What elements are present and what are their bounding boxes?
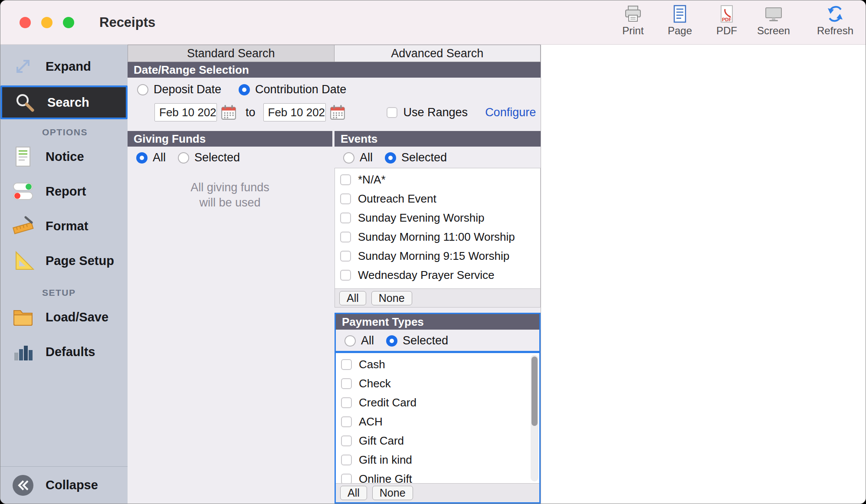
payment-row[interactable]: Gift in kind (336, 450, 539, 469)
tool-label: Page (668, 25, 692, 37)
event-label: Sunday Evening Worship (358, 211, 484, 225)
date-inputs-row: to (128, 101, 541, 123)
refresh-button[interactable]: Refresh (817, 4, 853, 37)
event-row[interactable]: Outreach Event (335, 189, 540, 208)
radio-icon (343, 152, 354, 164)
configure-link[interactable]: Configure (485, 106, 536, 119)
sidebar-item-collapse[interactable]: Collapse (0, 466, 128, 504)
checkbox-icon (341, 378, 352, 389)
deposit-date-radio[interactable]: Deposit Date (137, 83, 221, 96)
payment-types-header: Payment Types (336, 314, 539, 330)
payment-row[interactable]: Online Gift (336, 469, 539, 483)
payment-row[interactable]: Check (336, 374, 539, 393)
payment-row[interactable]: ACH (336, 412, 539, 431)
date-range-section: Deposit Date Contribution Date (128, 78, 541, 129)
sidebar-item-search[interactable]: Search (0, 85, 128, 119)
scrollbar-track[interactable] (531, 355, 538, 481)
sidebar-item-page-setup[interactable]: Page Setup (0, 245, 128, 276)
payment-types-all-button[interactable]: All (340, 486, 367, 500)
events-all-button[interactable]: All (339, 291, 366, 305)
sidebar-item-label: Load/Save (46, 310, 108, 324)
to-date-calendar-button[interactable] (328, 103, 347, 121)
checkbox-icon (341, 455, 352, 465)
from-date-calendar-button[interactable] (220, 103, 238, 121)
giving-funds-section: Giving Funds All Selected All giving fun… (128, 131, 332, 504)
expand-icon (9, 55, 37, 78)
sidebar-item-format[interactable]: Format (0, 210, 128, 242)
events-all-radio[interactable]: All (343, 151, 373, 164)
use-ranges-checkbox[interactable]: Use Ranges (387, 106, 468, 119)
zoom-window-button[interactable] (63, 17, 74, 28)
events-radio-row: All Selected (335, 147, 541, 168)
checkbox-label: Use Ranges (403, 106, 468, 119)
payment-types-selected-radio[interactable]: Selected (386, 334, 448, 347)
screen-button[interactable]: Screen (755, 4, 792, 37)
tool-label: Refresh (817, 25, 853, 37)
payment-label: Gift Card (359, 434, 404, 448)
calendar-icon (220, 104, 237, 121)
sidebar-spacer (0, 371, 128, 466)
tool-label: Print (622, 25, 643, 37)
sidebar-item-label: Search (47, 95, 89, 110)
event-row[interactable]: Sunday Evening Worship (335, 208, 540, 227)
giving-funds-header: Giving Funds (128, 131, 332, 147)
events-selected-radio[interactable]: Selected (385, 151, 447, 164)
page-icon (670, 4, 690, 24)
sidebar-item-report[interactable]: Report (0, 176, 128, 207)
payment-row[interactable]: Gift Card (336, 431, 539, 450)
giving-funds-radio-row: All Selected (128, 147, 332, 168)
note-line: will be used (128, 195, 332, 210)
sidebar-item-notice[interactable]: Notice (0, 141, 128, 172)
payment-types-list-footer: All None (336, 483, 539, 502)
tab-standard-search[interactable]: Standard Search (128, 45, 335, 62)
giving-funds-all-radio[interactable]: All (136, 151, 166, 164)
radio-label: All (361, 334, 374, 347)
radio-label: Selected (401, 151, 447, 164)
radio-label: All (153, 151, 166, 164)
event-row[interactable]: *N/A* (335, 170, 540, 189)
event-label: Sunday Morning 11:00 Worship (358, 230, 515, 244)
tab-advanced-search[interactable]: Advanced Search (335, 45, 541, 62)
sidebar: Expand Search OPTIONS (0, 45, 128, 504)
events-none-button[interactable]: None (371, 291, 412, 305)
from-date-input[interactable] (154, 103, 217, 121)
close-window-button[interactable] (20, 17, 31, 28)
sidebar-item-label: Expand (46, 59, 91, 74)
sidebar-item-load-save[interactable]: Load/Save (0, 301, 128, 333)
to-date-input[interactable] (263, 103, 326, 121)
giving-funds-selected-radio[interactable]: Selected (178, 151, 240, 164)
checkbox-icon (387, 107, 397, 118)
radio-icon-selected (386, 335, 397, 347)
payment-types-all-radio[interactable]: All (344, 334, 374, 347)
event-row[interactable]: Sunday Morning 9:15 Worship (335, 246, 540, 265)
note-line: All giving funds (128, 180, 332, 195)
payment-row[interactable]: Credit Card (336, 393, 539, 412)
page-button[interactable]: Page (662, 4, 698, 37)
events-payments-column: Events All Selected (335, 131, 541, 504)
event-label: Wednesday Prayer Service (358, 268, 495, 282)
event-row[interactable]: Sunday Morning 11:00 Worship (335, 227, 540, 246)
events-list-footer: All None (335, 288, 541, 308)
payment-types-header-box: Payment Types All Selected (335, 313, 541, 352)
sidebar-item-defaults[interactable]: Defaults (0, 336, 128, 367)
calendar-icon (329, 104, 346, 121)
minimize-window-button[interactable] (41, 17, 52, 28)
pdf-button[interactable]: PDF PDF (709, 4, 745, 37)
contribution-date-radio[interactable]: Contribution Date (239, 83, 346, 96)
search-icon (11, 91, 39, 114)
payment-label: Online Gift (359, 472, 412, 484)
search-panel: Standard Search Advanced Search Date/Ran… (128, 45, 541, 504)
printer-icon (623, 4, 643, 24)
payment-label: ACH (359, 415, 383, 429)
payment-row[interactable]: Cash (336, 355, 539, 374)
radio-label: Contribution Date (255, 83, 346, 96)
checkbox-icon (341, 416, 352, 427)
radio-label: Selected (194, 151, 240, 164)
print-button[interactable]: Print (615, 4, 651, 37)
event-row[interactable]: Wednesday Prayer Service (335, 265, 540, 285)
payment-types-none-button[interactable]: None (372, 486, 413, 500)
sidebar-item-expand[interactable]: Expand (0, 47, 128, 85)
scrollbar-thumb[interactable] (531, 357, 538, 426)
page-setup-icon (9, 249, 37, 272)
payment-types-section: Payment Types All Selected (335, 313, 541, 504)
